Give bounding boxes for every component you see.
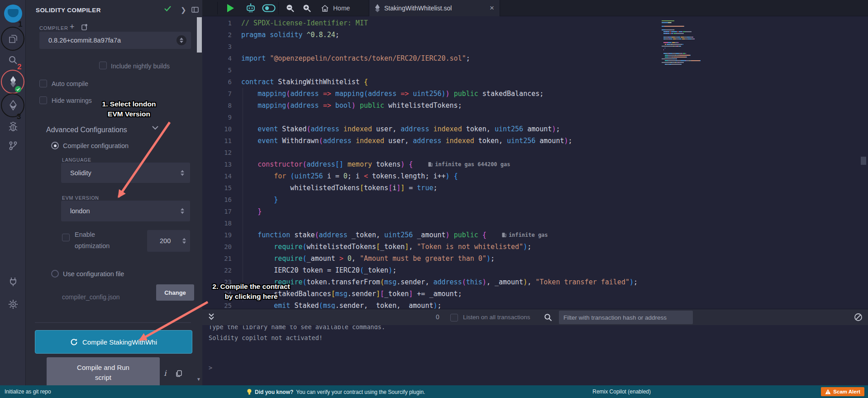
- file-explorer-icon[interactable]: [0, 34, 26, 44]
- zoom-out-icon[interactable]: [286, 4, 295, 13]
- compile-and-run-button[interactable]: Compile and Run script: [47, 357, 160, 385]
- plugin-manager-plug-icon[interactable]: [0, 276, 26, 287]
- compile-and-run-line2: script: [47, 373, 160, 383]
- code-line[interactable]: 11 event Withdrawn(address indexed user,…: [202, 135, 868, 147]
- copilot-status[interactable]: Remix Copilot (enabled): [592, 388, 651, 395]
- home-icon: [321, 5, 329, 12]
- annotation-2-text: 2. Compile the contract by clicking here: [199, 282, 303, 302]
- search-icon[interactable]: [0, 55, 26, 65]
- annotation-number-3: 3: [17, 112, 21, 121]
- code-line[interactable]: 6contract StakingWithWhitelist {: [202, 76, 868, 88]
- tab-close-icon[interactable]: ×: [490, 4, 494, 13]
- tab-staking-file[interactable]: StakingWithWhitelist.sol ×: [369, 0, 500, 16]
- code-line[interactable]: 8 mapping(address => bool) public whitel…: [202, 100, 868, 111]
- source-control-icon[interactable]: [0, 140, 26, 151]
- code-line[interactable]: 16 }: [202, 194, 868, 206]
- editor-scrollbar-thumb[interactable]: [861, 157, 866, 165]
- terminal-line1-clip: Type the library name to see available c…: [202, 326, 868, 332]
- code-line[interactable]: 12: [202, 147, 868, 158]
- transaction-filter-input[interactable]: [559, 311, 693, 324]
- optimization-runs-value: 200: [160, 237, 171, 245]
- version-select-arrows-icon: [176, 35, 186, 45]
- tab-file-label: StakingWithWhitelist.sol: [384, 5, 452, 12]
- settings-gear-icon[interactable]: [0, 299, 26, 310]
- code-line[interactable]: 15 whitelistedTokens[tokens[i]] = true;: [202, 182, 868, 194]
- tip-bold: Did you know?: [255, 389, 293, 395]
- compiler-version-value: 0.8.26+commit.8a97fa7a: [48, 37, 121, 44]
- annotation-number-2: 2: [17, 62, 21, 72]
- compiler-section-label: COMPILER: [39, 25, 68, 31]
- annotation-arrow-2: [129, 294, 215, 349]
- nightly-builds-checkbox[interactable]: [99, 62, 107, 69]
- warning-icon: [825, 389, 831, 394]
- did-you-know-tip: Did you know? You can verify your contra…: [247, 388, 425, 395]
- annotation-1-text: 1. Select london EVM Version: [84, 99, 174, 119]
- nightly-builds-label: Include nightly builds: [111, 62, 170, 70]
- gas-estimate-badge: infinite gas 644200 gas: [428, 158, 510, 170]
- code-line[interactable]: 19 function stake(address _token, uint25…: [202, 229, 868, 241]
- panel-forward-icon[interactable]: ❯: [181, 6, 186, 14]
- solidity-file-icon: [375, 4, 380, 12]
- transaction-count: 0: [436, 313, 439, 321]
- compile-and-run-line1: Compile and Run: [47, 363, 160, 373]
- code-line[interactable]: 14 for (uint256 i = 0; i < tokens.length…: [202, 170, 868, 182]
- clear-console-ban-icon[interactable]: [854, 313, 863, 321]
- terminal-line1: Type the library name to see available c…: [209, 326, 868, 331]
- compiler-version-select[interactable]: 0.8.26+commit.8a97fa7a: [39, 32, 191, 49]
- zoom-in-icon[interactable]: [302, 4, 311, 13]
- annotation-number-1: 1: [18, 20, 22, 29]
- panel-scroll-down-icon[interactable]: ▼: [196, 377, 201, 382]
- pin-panel-icon[interactable]: [191, 7, 199, 13]
- code-line[interactable]: 7 mapping(address => mapping(address => …: [202, 88, 868, 100]
- code-lines: 1// SPDX-License-Identifier: MIT2pragma …: [202, 17, 868, 309]
- use-configuration-file-label: Use configuration file: [63, 270, 124, 278]
- code-line[interactable]: 22 IERC20 token = IERC20(_token);: [202, 264, 868, 276]
- terminal-search-icon[interactable]: [544, 313, 552, 321]
- code-editor[interactable]: 1// SPDX-License-Identifier: MIT2pragma …: [202, 16, 868, 309]
- copy-icon[interactable]: [175, 370, 182, 377]
- terminal-bar: 0 Listen on all transactions: [202, 309, 868, 325]
- code-line[interactable]: 5: [202, 64, 868, 76]
- status-bar: Initialize as git repo Did you know? You…: [0, 385, 868, 398]
- code-line[interactable]: 4import "@openzeppelin/contracts/token/E…: [202, 53, 868, 64]
- enable-optimization-label: Enable optimization: [75, 229, 124, 252]
- code-line[interactable]: 3: [202, 41, 868, 53]
- code-line[interactable]: 10 event Staked(address indexed user, ad…: [202, 123, 868, 135]
- optimization-runs-input[interactable]: 200: [147, 230, 190, 252]
- gas-estimate-badge: infinite gas: [502, 229, 548, 241]
- code-line[interactable]: 9: [202, 111, 868, 123]
- debugger-bug-icon[interactable]: [0, 121, 26, 132]
- compile-check-icon: [164, 5, 172, 12]
- hide-warnings-checkbox[interactable]: [39, 96, 47, 104]
- remix-ide-window: 1 2 3 SOLIDITY COMPILER ❯ COMPILER + 0.8…: [0, 0, 868, 398]
- compiler-configuration-radio[interactable]: [51, 142, 59, 149]
- code-line[interactable]: 17 }: [202, 206, 868, 217]
- code-line[interactable]: 20 require(whitelistedTokens[_token], "T…: [202, 241, 868, 253]
- run-script-play-icon[interactable]: [227, 4, 234, 12]
- code-line[interactable]: 13 constructor(address[] memory tokens) …: [202, 158, 868, 170]
- code-line[interactable]: 2pragma solidity ^0.8.24;: [202, 29, 868, 41]
- tab-home[interactable]: Home: [315, 0, 356, 16]
- code-line[interactable]: 21 require(_amount > 0, "Amount must be …: [202, 253, 868, 264]
- panel-scrollbar-thumb[interactable]: [197, 17, 202, 53]
- editor-minimap[interactable]: [662, 20, 701, 66]
- git-init-status[interactable]: Initialize as git repo: [5, 388, 51, 395]
- use-configuration-file-radio[interactable]: [51, 270, 59, 278]
- scam-alert-badge[interactable]: Scam Alert: [821, 387, 864, 396]
- deploy-run-ethereum-icon[interactable]: [0, 100, 26, 110]
- open-compiler-icon[interactable]: [81, 24, 88, 31]
- evm-version-label: EVM VERSION: [62, 195, 99, 201]
- copilot-robot-icon[interactable]: [245, 3, 256, 14]
- code-line[interactable]: 18: [202, 217, 868, 229]
- code-line[interactable]: 1// SPDX-License-Identifier: MIT: [202, 17, 868, 29]
- terminal: 0 Listen on all transactions Type the li…: [202, 309, 868, 385]
- info-icon[interactable]: i: [164, 369, 166, 378]
- terminal-line2: Solidity copilot not activated!: [209, 334, 323, 341]
- listen-transactions-checkbox[interactable]: [450, 314, 458, 321]
- enable-optimization-checkbox[interactable]: [62, 234, 70, 241]
- solidity-compiler-icon[interactable]: [0, 76, 26, 87]
- auto-compile-checkbox[interactable]: [39, 80, 47, 87]
- add-compiler-icon[interactable]: +: [70, 22, 75, 32]
- copilot-toggle-icon[interactable]: [262, 4, 276, 12]
- terminal-prompt[interactable]: >: [209, 364, 212, 371]
